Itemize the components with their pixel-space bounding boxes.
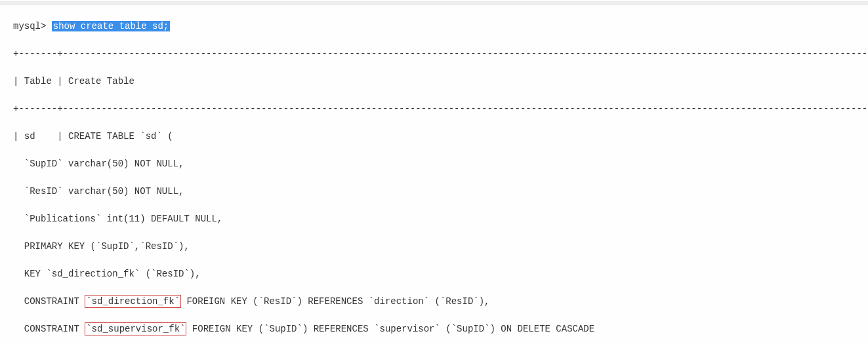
mysql-prompt: mysql> — [13, 21, 52, 31]
highlight-fk-supervisor: `sd_supervisor_fk` — [85, 322, 186, 335]
selected-command[interactable]: show create table sd; — [52, 21, 170, 31]
constraint-prefix-1: CONSTRAINT — [13, 296, 85, 307]
constraint-suffix-1: FOREIGN KEY (`ResID`) REFERENCES `direct… — [181, 296, 489, 307]
create-table-line-1: | sd | CREATE TABLE `sd` ( — [13, 130, 868, 143]
terminal-output[interactable]: mysql> show create table sd; +-------+--… — [0, 6, 868, 344]
create-table-line-4: `Publications` int(11) DEFAULT NULL, — [13, 212, 868, 226]
create-table-line-6: KEY `sd_direction_fk` (`ResID`), — [13, 267, 868, 281]
prompt-line-1: mysql> show create table sd; — [13, 20, 868, 33]
toolbar-remnant — [0, 1, 868, 5]
highlight-fk-direction: `sd_direction_fk` — [85, 295, 181, 308]
table-header: | Table | Create Table — [13, 75, 868, 88]
create-table-line-2: `SupID` varchar(50) NOT NULL, — [13, 157, 868, 171]
constraint-prefix-2: CONSTRAINT — [13, 324, 85, 334]
create-table-line-7: CONSTRAINT `sd_direction_fk` FOREIGN KEY… — [13, 295, 868, 309]
create-table-line-8: CONSTRAINT `sd_supervisor_fk` FOREIGN KE… — [13, 322, 868, 336]
constraint-suffix-2: FOREIGN KEY (`SupID`) REFERENCES `superv… — [186, 324, 594, 334]
create-table-line-3: `ResID` varchar(50) NOT NULL, — [13, 185, 868, 199]
separator-line-mid: +-------+-------------------------------… — [13, 102, 868, 116]
separator-line-top: +-------+-------------------------------… — [13, 47, 868, 61]
create-table-line-5: PRIMARY KEY (`SupID`,`ResID`), — [13, 240, 868, 254]
